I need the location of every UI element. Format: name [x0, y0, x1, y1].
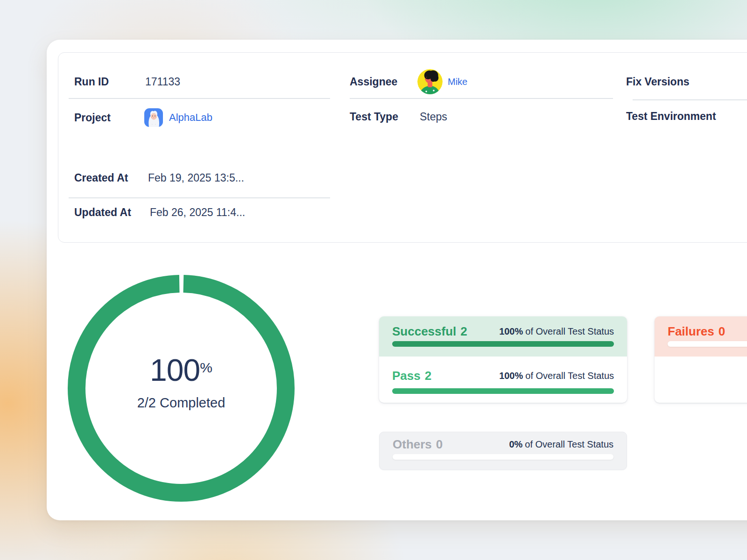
created-at-value: Feb 19, 2025 13:5... [148, 172, 244, 184]
failures-label: Failures [668, 324, 714, 338]
completion-donut-chart: 100% 2/2 Completed [68, 275, 295, 502]
pass-pct-suffix: of Overall Test Status [525, 371, 614, 381]
assignee-avatar [417, 69, 443, 94]
others-pct: 0% [509, 439, 522, 449]
divider [69, 98, 330, 99]
test-type-value: Steps [420, 111, 447, 123]
assignee-link[interactable]: Mike [448, 77, 467, 87]
others-pct-suffix: of Overall Test Status [525, 439, 613, 449]
test-run-dashboard: Run ID 171133 Project [0, 0, 747, 560]
successful-percent-text: 100%of Overall Test Status [499, 324, 614, 339]
others-count: 0 [436, 437, 443, 451]
donut-percent: 100% [68, 352, 295, 388]
donut-subtitle: 2/2 Completed [68, 395, 295, 411]
run-id-value: 171133 [145, 76, 180, 88]
divider [69, 197, 330, 198]
pass-progress-bar [392, 388, 614, 394]
project-label: Project [74, 112, 144, 124]
project-row: Project AlphaLab [74, 107, 212, 128]
divider [633, 99, 747, 100]
failures-title: Failures0 [668, 324, 725, 339]
others-progress-bar [393, 454, 613, 460]
failures-count: 0 [719, 324, 725, 338]
test-run-summary-card: Run ID 171133 Project [47, 40, 747, 520]
donut-ring [68, 275, 295, 502]
successful-label: Successful [392, 324, 456, 338]
others-status-card: Others0 0%of Overall Test Status [379, 432, 627, 470]
pass-title: Pass2 [392, 368, 431, 383]
updated-at-row: Updated At Feb 26, 2025 11:4... [74, 204, 245, 221]
test-environment-row: Test Environment [626, 108, 716, 125]
test-type-label: Test Type [350, 111, 420, 123]
others-percent-text: 0%of Overall Test Status [509, 437, 613, 452]
divider [350, 98, 613, 99]
failures-status-card: Failures0 0%of Overall Test Status [655, 316, 747, 403]
pass-label: Pass [392, 369, 421, 383]
others-title: Others0 [393, 437, 443, 452]
person-avatar-icon [417, 69, 443, 94]
pass-count: 2 [425, 369, 431, 383]
successful-title: Successful2 [392, 324, 467, 339]
assignee-label: Assignee [350, 76, 417, 88]
successful-status-card: Successful2 100%of Overall Test Status P… [379, 316, 627, 403]
successful-pct: 100% [499, 326, 523, 336]
test-environment-label: Test Environment [626, 110, 716, 123]
updated-at-label: Updated At [74, 206, 150, 219]
run-id-row: Run ID 171133 [74, 73, 180, 90]
pass-percent-text: 100%of Overall Test Status [499, 368, 614, 383]
test-type-row: Test Type Steps [350, 108, 447, 125]
donut-percent-sign: % [200, 360, 212, 375]
fix-versions-label: Fix Versions [626, 76, 690, 88]
project-avatar [144, 108, 163, 127]
successful-count: 2 [460, 324, 467, 338]
run-id-label: Run ID [74, 76, 145, 88]
assignee-row: Assignee [350, 67, 467, 96]
donut-percent-value: 100 [150, 353, 200, 387]
yeti-avatar-icon [144, 108, 163, 127]
created-at-label: Created At [74, 172, 148, 184]
successful-progress-bar [392, 341, 614, 347]
fix-versions-row: Fix Versions [626, 73, 690, 90]
run-info-panel: Run ID 171133 Project [58, 52, 747, 243]
updated-at-value: Feb 26, 2025 11:4... [150, 206, 245, 219]
project-link[interactable]: AlphaLab [169, 112, 212, 124]
failures-progress-bar [668, 341, 747, 347]
successful-pct-suffix: of Overall Test Status [525, 326, 614, 336]
pass-pct: 100% [499, 371, 523, 381]
others-label: Others [393, 437, 432, 451]
created-at-row: Created At Feb 19, 2025 13:5... [74, 169, 244, 186]
